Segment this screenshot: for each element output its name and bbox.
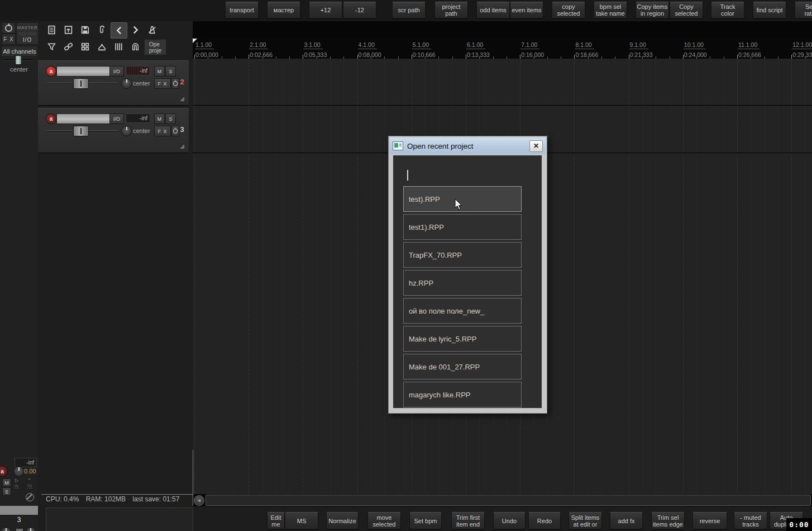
mixer-record-arm-button[interactable]: a [0, 466, 8, 477]
recent-project-item[interactable]: test1).RPP [403, 214, 522, 240]
pan-knob[interactable] [121, 126, 132, 136]
trim-first-item-end-button[interactable]: Trim first item end [451, 512, 485, 529]
dialog-title-bar[interactable]: Open recent project ✕ [390, 138, 546, 154]
ruler-time-label: 0:29.333 [792, 51, 812, 59]
ms-button[interactable]: MS [285, 512, 318, 529]
master-pan-handle[interactable] [15, 55, 22, 65]
volume-readout[interactable]: -inf [126, 113, 150, 123]
redo-button[interactable]: Redo [528, 512, 561, 529]
mixer-mute-button[interactable]: M [2, 478, 11, 487]
find-script-button[interactable]: find script [753, 2, 786, 18]
save-icon[interactable] [77, 22, 93, 37]
recent-project-item[interactable]: Make de lyric_5.RPP [403, 326, 522, 352]
grid-icon[interactable] [77, 39, 93, 54]
fx-button[interactable]: F X [154, 126, 171, 136]
nav-left-icon[interactable] [111, 22, 127, 39]
master-io-box[interactable]: MASTER RCV SND I/O [16, 22, 39, 45]
folder-collapse-mark[interactable] [180, 97, 184, 101]
input-monitor-icon[interactable]: ▷ [15, 478, 18, 483]
move-selected-button[interactable]: move selected [367, 512, 401, 529]
metronome-icon[interactable] [144, 22, 160, 37]
plus-12-button[interactable]: +12 [309, 2, 342, 18]
bpm-sel-take-name-button[interactable]: bpm sel take name [594, 2, 627, 18]
attach-icon[interactable] [94, 22, 109, 37]
recent-project-item[interactable]: TrapFX_70.RPP [403, 242, 522, 268]
reverse-button[interactable]: reverse [692, 512, 727, 529]
add-fx-button[interactable]: add fx [610, 512, 643, 529]
horizontal-scrollbar[interactable]: ◄ [193, 494, 812, 506]
track-color-button[interactable]: Track color [711, 2, 744, 18]
io-button[interactable]: I/O [109, 66, 124, 77]
even-items-button[interactable]: even items [510, 2, 543, 18]
split-items-at-edit-button[interactable]: Split items at edit or [569, 512, 602, 529]
recent-project-item[interactable]: Make de 001_27.RPP [403, 354, 522, 380]
notes-icon[interactable] [44, 22, 59, 37]
pan-knob[interactable] [121, 78, 132, 89]
bars-icon[interactable] [111, 39, 126, 54]
close-icon[interactable]: ✕ [529, 140, 543, 152]
copy-selected-2-button[interactable]: Copy selected [670, 2, 703, 18]
volume-fader[interactable] [47, 78, 118, 88]
dock-divider [193, 450, 193, 506]
transport-button[interactable]: transport [225, 2, 259, 18]
trim-sel-items-edge-button[interactable]: Trim sel items edge [651, 512, 685, 529]
timeline-ruler[interactable]: 1.1.000:00.0002.1.000:02.6663.1.000:05.3… [193, 38, 812, 59]
open-project-button[interactable]: Ope proje [144, 39, 166, 55]
io-button[interactable]: I/O [109, 113, 124, 124]
muted-tracks-button[interactable]: - muted tracks [734, 512, 767, 529]
magnet-icon[interactable] [127, 39, 143, 54]
solo-button[interactable]: S [165, 66, 176, 77]
scr-path-button[interactable]: scr path [392, 2, 426, 18]
master-fx-button[interactable]: F X [2, 34, 16, 45]
phase-invert-button[interactable] [26, 493, 34, 501]
track-name-field[interactable] [56, 66, 110, 77]
track-name-field[interactable] [56, 113, 110, 124]
scrollbar-track[interactable] [206, 495, 811, 506]
mute-button[interactable]: M [154, 66, 165, 77]
project-path-button[interactable]: project path [434, 2, 468, 18]
measure-gridline [683, 59, 684, 494]
mixer-gain-value: 0.00 [24, 468, 36, 475]
ruler-bar-label: 4.1.00 [358, 41, 377, 49]
undo-button[interactable]: Undo [493, 512, 526, 529]
mute-button[interactable]: M [154, 113, 165, 124]
odd-items-button[interactable]: odd items [476, 2, 510, 18]
normalize-button[interactable]: Normalize [326, 512, 359, 529]
record-arm-button[interactable]: a [46, 66, 56, 77]
fader-handle[interactable] [73, 126, 89, 136]
beat-gridline [384, 59, 385, 494]
track-panel-3[interactable]: aI/O-infMScenterF X3 [38, 108, 189, 153]
envelope-icon[interactable] [94, 39, 109, 54]
minus-12-button[interactable]: -12 [343, 2, 376, 18]
beat-gridline [235, 59, 236, 494]
link-icon[interactable] [60, 39, 76, 54]
volume-readout[interactable]: -inf [126, 66, 150, 75]
filter-icon[interactable] [44, 39, 59, 54]
trim-icon[interactable]: ⌃ [27, 478, 31, 483]
open-file-icon[interactable] [60, 22, 76, 37]
mixer-gain-knob[interactable] [13, 466, 24, 477]
set-bpm-button[interactable]: Set bpm [409, 512, 442, 529]
ruler-bar-label: 10.1.00 [684, 41, 706, 49]
folder-collapse-mark[interactable] [180, 144, 184, 149]
beat-gridline [371, 59, 371, 494]
volume-fader[interactable] [47, 126, 118, 135]
track-panel-2[interactable]: aI/O-infMScenterF X2 [38, 60, 189, 106]
master-power-button[interactable] [2, 22, 16, 34]
set-rate-button[interactable]: Set i rate t [795, 2, 812, 18]
copy-items-in-region-button[interactable]: Copy items in region [636, 2, 669, 18]
record-arm-button[interactable]: a [46, 113, 56, 124]
copy-selected-button[interactable]: copy selected [552, 2, 585, 18]
edit-me-button[interactable]: Edit me [267, 512, 285, 529]
recent-project-item[interactable]: hz.RPP [403, 270, 522, 296]
mixer-solo-button[interactable]: S [2, 487, 11, 496]
beat-gridline [696, 59, 697, 494]
nav-right-icon[interactable] [127, 22, 143, 37]
fx-button[interactable]: F X [154, 78, 171, 89]
scroll-left-button[interactable]: ◄ [194, 495, 204, 506]
solo-button[interactable]: S [165, 113, 176, 124]
recent-project-item[interactable]: magarych like.RPP [403, 382, 522, 407]
fader-handle[interactable] [73, 78, 89, 89]
master-button[interactable]: мастер [267, 2, 300, 18]
recent-project-item[interactable]: ой во поле поле_new_ [403, 298, 522, 324]
